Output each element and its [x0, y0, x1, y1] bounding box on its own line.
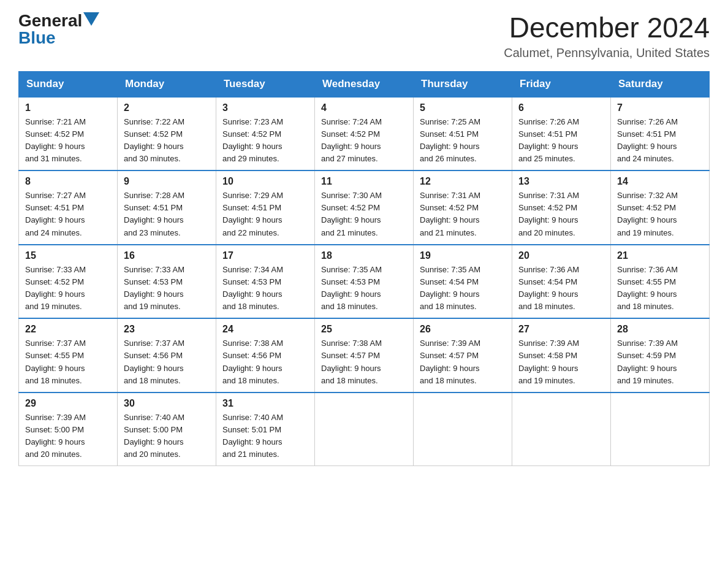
- day-info: Sunrise: 7:26 AM Sunset: 4:51 PM Dayligh…: [518, 116, 604, 166]
- day-number: 30: [124, 398, 210, 409]
- day-number: 20: [518, 250, 604, 261]
- week-row-4: 22 Sunrise: 7:37 AM Sunset: 4:55 PM Dayl…: [19, 318, 710, 393]
- calendar-cell: 8 Sunrise: 7:27 AM Sunset: 4:51 PM Dayli…: [19, 170, 118, 245]
- calendar-cell: [315, 393, 414, 466]
- calendar-cell: 29 Sunrise: 7:39 AM Sunset: 5:00 PM Dayl…: [19, 393, 118, 466]
- calendar-cell: 21 Sunrise: 7:36 AM Sunset: 4:55 PM Dayl…: [611, 245, 710, 319]
- day-info: Sunrise: 7:37 AM Sunset: 4:55 PM Dayligh…: [25, 337, 111, 387]
- calendar-cell: 11 Sunrise: 7:30 AM Sunset: 4:52 PM Dayl…: [315, 170, 414, 245]
- weekday-header-sunday: Sunday: [19, 71, 118, 97]
- day-number: 29: [25, 398, 111, 409]
- calendar-cell: 17 Sunrise: 7:34 AM Sunset: 4:53 PM Dayl…: [216, 245, 315, 319]
- calendar-cell: 12 Sunrise: 7:31 AM Sunset: 4:52 PM Dayl…: [414, 170, 512, 245]
- day-number: 26: [420, 324, 506, 335]
- day-number: 23: [124, 324, 210, 335]
- day-number: 27: [518, 324, 604, 335]
- calendar-cell: 31 Sunrise: 7:40 AM Sunset: 5:01 PM Dayl…: [216, 393, 315, 466]
- day-info: Sunrise: 7:39 AM Sunset: 5:00 PM Dayligh…: [25, 412, 111, 461]
- day-number: 12: [420, 176, 506, 187]
- calendar-cell: 28 Sunrise: 7:39 AM Sunset: 4:59 PM Dayl…: [611, 318, 710, 393]
- day-number: 14: [617, 176, 703, 187]
- week-row-2: 8 Sunrise: 7:27 AM Sunset: 4:51 PM Dayli…: [19, 170, 710, 245]
- weekday-header-friday: Friday: [512, 71, 611, 97]
- calendar-cell: [512, 393, 611, 466]
- calendar-cell: 10 Sunrise: 7:29 AM Sunset: 4:51 PM Dayl…: [216, 170, 315, 245]
- day-info: Sunrise: 7:23 AM Sunset: 4:52 PM Dayligh…: [222, 116, 308, 166]
- day-info: Sunrise: 7:33 AM Sunset: 4:52 PM Dayligh…: [25, 264, 111, 313]
- day-number: 13: [518, 176, 604, 187]
- weekday-header-wednesday: Wednesday: [315, 71, 414, 97]
- day-info: Sunrise: 7:21 AM Sunset: 4:52 PM Dayligh…: [25, 116, 111, 166]
- weekday-header-thursday: Thursday: [414, 71, 512, 97]
- day-info: Sunrise: 7:40 AM Sunset: 5:00 PM Dayligh…: [124, 412, 210, 461]
- calendar-cell: 22 Sunrise: 7:37 AM Sunset: 4:55 PM Dayl…: [19, 318, 118, 393]
- calendar-table: SundayMondayTuesdayWednesdayThursdayFrid…: [18, 71, 710, 467]
- day-number: 6: [518, 102, 604, 113]
- day-info: Sunrise: 7:36 AM Sunset: 4:54 PM Dayligh…: [518, 264, 604, 313]
- week-row-5: 29 Sunrise: 7:39 AM Sunset: 5:00 PM Dayl…: [19, 393, 710, 466]
- day-number: 7: [617, 102, 703, 113]
- calendar-cell: 25 Sunrise: 7:38 AM Sunset: 4:57 PM Dayl…: [315, 318, 414, 393]
- day-number: 16: [124, 250, 210, 261]
- calendar-cell: 14 Sunrise: 7:32 AM Sunset: 4:52 PM Dayl…: [611, 170, 710, 245]
- day-info: Sunrise: 7:28 AM Sunset: 4:51 PM Dayligh…: [124, 190, 210, 239]
- calendar-cell: 1 Sunrise: 7:21 AM Sunset: 4:52 PM Dayli…: [19, 97, 118, 171]
- location-title: Calumet, Pennsylvania, United States: [504, 46, 710, 60]
- day-number: 25: [321, 324, 407, 335]
- calendar-cell: 6 Sunrise: 7:26 AM Sunset: 4:51 PM Dayli…: [512, 97, 611, 171]
- day-info: Sunrise: 7:38 AM Sunset: 4:56 PM Dayligh…: [222, 337, 308, 387]
- calendar-cell: 7 Sunrise: 7:26 AM Sunset: 4:51 PM Dayli…: [611, 97, 710, 171]
- logo-general-text: General: [18, 12, 82, 29]
- day-number: 31: [222, 398, 308, 409]
- day-info: Sunrise: 7:33 AM Sunset: 4:53 PM Dayligh…: [124, 264, 210, 313]
- calendar-cell: 4 Sunrise: 7:24 AM Sunset: 4:52 PM Dayli…: [315, 97, 414, 171]
- weekday-header-row: SundayMondayTuesdayWednesdayThursdayFrid…: [19, 71, 710, 97]
- day-info: Sunrise: 7:34 AM Sunset: 4:53 PM Dayligh…: [222, 264, 308, 313]
- day-info: Sunrise: 7:38 AM Sunset: 4:57 PM Dayligh…: [321, 337, 407, 387]
- day-info: Sunrise: 7:35 AM Sunset: 4:54 PM Dayligh…: [420, 264, 506, 313]
- day-number: 28: [617, 324, 703, 335]
- day-info: Sunrise: 7:24 AM Sunset: 4:52 PM Dayligh…: [321, 116, 407, 166]
- day-info: Sunrise: 7:39 AM Sunset: 4:58 PM Dayligh…: [518, 337, 604, 387]
- calendar-cell: 15 Sunrise: 7:33 AM Sunset: 4:52 PM Dayl…: [19, 245, 118, 319]
- weekday-header-tuesday: Tuesday: [216, 71, 315, 97]
- day-number: 3: [222, 102, 308, 113]
- day-info: Sunrise: 7:27 AM Sunset: 4:51 PM Dayligh…: [25, 190, 111, 239]
- page-header: General Blue December 2024 Calumet, Penn…: [18, 12, 710, 60]
- day-info: Sunrise: 7:25 AM Sunset: 4:51 PM Dayligh…: [420, 116, 506, 166]
- calendar-cell: 5 Sunrise: 7:25 AM Sunset: 4:51 PM Dayli…: [414, 97, 512, 171]
- calendar-cell: 30 Sunrise: 7:40 AM Sunset: 5:00 PM Dayl…: [118, 393, 216, 466]
- calendar-cell: 19 Sunrise: 7:35 AM Sunset: 4:54 PM Dayl…: [414, 245, 512, 319]
- day-info: Sunrise: 7:37 AM Sunset: 4:56 PM Dayligh…: [124, 337, 210, 387]
- calendar-cell: 23 Sunrise: 7:37 AM Sunset: 4:56 PM Dayl…: [118, 318, 216, 393]
- day-info: Sunrise: 7:32 AM Sunset: 4:52 PM Dayligh…: [617, 190, 703, 239]
- day-number: 4: [321, 102, 407, 113]
- calendar-cell: 2 Sunrise: 7:22 AM Sunset: 4:52 PM Dayli…: [118, 97, 216, 171]
- day-info: Sunrise: 7:31 AM Sunset: 4:52 PM Dayligh…: [420, 190, 506, 239]
- calendar-cell: 24 Sunrise: 7:38 AM Sunset: 4:56 PM Dayl…: [216, 318, 315, 393]
- day-info: Sunrise: 7:36 AM Sunset: 4:55 PM Dayligh…: [617, 264, 703, 313]
- day-info: Sunrise: 7:22 AM Sunset: 4:52 PM Dayligh…: [124, 116, 210, 166]
- day-info: Sunrise: 7:29 AM Sunset: 4:51 PM Dayligh…: [222, 190, 308, 239]
- day-number: 9: [124, 176, 210, 187]
- day-info: Sunrise: 7:39 AM Sunset: 4:59 PM Dayligh…: [617, 337, 703, 387]
- calendar-cell: 16 Sunrise: 7:33 AM Sunset: 4:53 PM Dayl…: [118, 245, 216, 319]
- day-info: Sunrise: 7:30 AM Sunset: 4:52 PM Dayligh…: [321, 190, 407, 239]
- day-number: 5: [420, 102, 506, 113]
- day-number: 18: [321, 250, 407, 261]
- day-info: Sunrise: 7:40 AM Sunset: 5:01 PM Dayligh…: [222, 412, 308, 461]
- calendar-cell: 26 Sunrise: 7:39 AM Sunset: 4:57 PM Dayl…: [414, 318, 512, 393]
- day-info: Sunrise: 7:26 AM Sunset: 4:51 PM Dayligh…: [617, 116, 703, 166]
- day-number: 15: [25, 250, 111, 261]
- week-row-3: 15 Sunrise: 7:33 AM Sunset: 4:52 PM Dayl…: [19, 245, 710, 319]
- calendar-cell: 20 Sunrise: 7:36 AM Sunset: 4:54 PM Dayl…: [512, 245, 611, 319]
- day-number: 1: [25, 102, 111, 113]
- svg-marker-0: [83, 12, 99, 26]
- calendar-cell: [414, 393, 512, 466]
- day-number: 11: [321, 176, 407, 187]
- calendar-cell: 13 Sunrise: 7:31 AM Sunset: 4:52 PM Dayl…: [512, 170, 611, 245]
- day-number: 19: [420, 250, 506, 261]
- day-number: 22: [25, 324, 111, 335]
- day-number: 17: [222, 250, 308, 261]
- calendar-cell: 9 Sunrise: 7:28 AM Sunset: 4:51 PM Dayli…: [118, 170, 216, 245]
